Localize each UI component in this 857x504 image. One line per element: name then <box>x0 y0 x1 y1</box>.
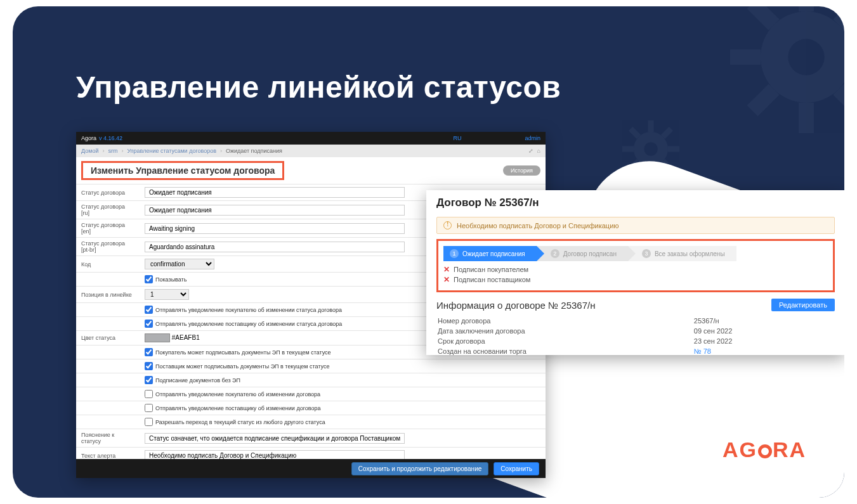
status-steps: 1Ожидает подписания 2Договор подписан 3В… <box>443 246 828 261</box>
x-icon: ✕ <box>443 275 450 284</box>
home-icon[interactable]: ⌂ <box>537 148 540 154</box>
contract-title: Договор № 25367/н <box>436 197 835 209</box>
lang-selector[interactable]: RU <box>453 135 461 141</box>
signed-buyer-row: ✕Подписан покупателем <box>443 265 828 274</box>
brand-logo: AGRA <box>723 437 806 462</box>
svg-rect-4 <box>730 49 761 65</box>
history-button[interactable]: История <box>503 165 540 176</box>
app-name: Agora <box>81 135 96 141</box>
notify-buyer2-checkbox[interactable] <box>145 390 153 398</box>
notify-supplier-checkbox[interactable] <box>145 320 153 328</box>
contract-info-table: Номер договора25367/н Дата заключения до… <box>436 315 835 357</box>
status-pt-input[interactable] <box>145 242 405 252</box>
breadcrumb-current: Ожидает подписания <box>226 148 282 154</box>
step-orders-done[interactable]: 3Все заказы оформлены <box>628 246 736 261</box>
color-value: #AEAFB1 <box>172 334 200 341</box>
status-ru-input[interactable] <box>145 205 405 216</box>
admin-footer: Сохранить и продолжить редактирование Со… <box>76 459 546 478</box>
app-version: v 4.16.42 <box>99 135 122 141</box>
explanation-input[interactable] <box>145 433 405 444</box>
notify-supplier2-checkbox[interactable] <box>145 404 153 412</box>
svg-rect-15 <box>668 146 679 152</box>
save-continue-button[interactable]: Сохранить и продолжить редактирование <box>351 462 489 475</box>
step-awaiting-signing[interactable]: 1Ожидает подписания <box>443 246 537 261</box>
x-icon: ✕ <box>443 265 450 274</box>
svg-rect-12 <box>648 120 654 132</box>
position-select[interactable]: 1 <box>145 289 189 300</box>
svg-point-1 <box>788 39 825 75</box>
notify-buyer-checkbox[interactable] <box>145 306 153 314</box>
page-heading: Изменить Управление статусом договора <box>81 161 284 180</box>
svg-rect-3 <box>799 103 814 133</box>
auction-link[interactable]: № 78 <box>694 347 711 355</box>
sign-no-ep-checkbox[interactable] <box>145 376 153 384</box>
show-checkbox[interactable] <box>145 275 153 283</box>
alert-text: Необходимо подписать Договор и Специфика… <box>457 222 619 229</box>
edit-button[interactable]: Редактировать <box>771 299 835 311</box>
allow-transition-checkbox[interactable] <box>145 418 153 426</box>
breadcrumb-home[interactable]: Домой <box>81 148 98 154</box>
svg-point-11 <box>644 142 658 156</box>
save-button[interactable]: Сохранить <box>494 462 539 475</box>
contract-info-heading: Информация о договоре № 25367/н <box>436 300 596 311</box>
svg-rect-14 <box>622 146 634 152</box>
status-input[interactable] <box>145 187 405 198</box>
svg-rect-2 <box>799 6 814 11</box>
step-signed[interactable]: 2Договор подписан <box>537 246 628 261</box>
warning-icon <box>443 221 452 229</box>
expand-icon[interactable]: ⤢ <box>528 148 533 154</box>
breadcrumb: Домой› srm› Управление статусами договор… <box>76 145 546 157</box>
contract-panel: Договор № 25367/н Необходимо подписать Д… <box>426 190 844 355</box>
buyer-sign-checkbox[interactable] <box>145 348 153 356</box>
code-select[interactable]: confirmation <box>145 259 214 269</box>
user-link[interactable]: admin <box>525 135 540 141</box>
admin-topbar: Agora v 4.16.42 RU admin <box>76 132 546 145</box>
gear-bg-icon <box>730 6 844 133</box>
breadcrumb-srm[interactable]: srm <box>108 148 117 154</box>
signed-supplier-row: ✕Подписан поставщиком <box>443 275 828 284</box>
slide-container: Управление линейкой статусов Agora v 4.1… <box>13 6 844 498</box>
breadcrumb-mgmt[interactable]: Управление статусами договоров <box>127 148 216 154</box>
status-en-input[interactable] <box>145 223 405 234</box>
color-swatch[interactable] <box>145 333 170 342</box>
alert-box: Необходимо подписать Договор и Специфика… <box>436 217 835 234</box>
supplier-sign-checkbox[interactable] <box>145 362 153 370</box>
status-timeline-box: 1Ожидает подписания 2Договор подписан 3В… <box>436 239 835 292</box>
field-label: Статус договора <box>76 184 140 201</box>
slide-title: Управление линейкой статусов <box>76 70 561 105</box>
